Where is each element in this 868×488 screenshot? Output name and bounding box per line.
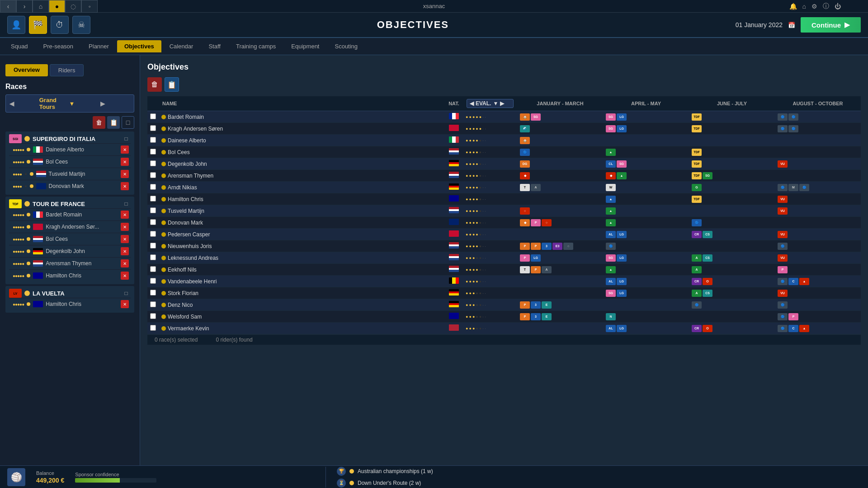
remove-rider-button[interactable]: ✕ <box>121 170 129 178</box>
row-checkbox[interactable] <box>150 290 156 296</box>
rider-aug-oct-cell <box>775 135 861 146</box>
race-icon: P <box>788 313 798 320</box>
back-button[interactable]: ‹ <box>0 0 16 13</box>
remove-rider-button[interactable]: ✕ <box>121 272 129 280</box>
home-icon[interactable]: ⌂ <box>802 3 806 10</box>
tab-overview[interactable]: Overview <box>5 64 48 76</box>
rider-flag <box>449 277 459 284</box>
row-checkbox[interactable] <box>150 125 156 131</box>
remove-rider-button[interactable]: ✕ <box>121 259 129 267</box>
remove-rider-button[interactable]: ✕ <box>121 300 129 308</box>
calendar-icon[interactable]: 📅 <box>788 22 795 28</box>
tab-preseason[interactable]: Pre-season <box>36 40 80 52</box>
row-checkbox[interactable] <box>150 137 156 143</box>
row-checkbox[interactable] <box>150 160 156 166</box>
row-checkbox-cell <box>147 252 159 264</box>
row-checkbox[interactable] <box>150 207 156 213</box>
tab-objectives[interactable]: Objectives <box>117 40 161 52</box>
race-icons: SGLG <box>606 290 686 297</box>
row-checkbox[interactable] <box>150 172 156 178</box>
tab-riders[interactable]: Riders <box>50 64 84 76</box>
tab-squad[interactable]: Squad <box>4 40 35 52</box>
tab-staff[interactable]: Staff <box>201 40 228 52</box>
race-icon: LG <box>617 278 627 285</box>
race-icons: ▲ <box>606 207 686 215</box>
nav-tabs: Squad Pre-season Planner Objectives Cale… <box>0 38 868 55</box>
row-checkbox[interactable] <box>150 254 156 260</box>
race-icon: ▲ <box>606 219 616 226</box>
nav-controls[interactable]: ‹ › ⌂ ● ◌ ◦ <box>0 0 98 13</box>
row-checkbox[interactable] <box>150 231 156 237</box>
row-checkbox[interactable] <box>150 325 156 331</box>
rider-apr-may-cell <box>603 135 689 146</box>
rider-badge <box>27 274 30 277</box>
notification-icon[interactable]: 🔔 <box>789 3 797 10</box>
race-icon: 🔵 <box>692 301 702 309</box>
globe-icon-button[interactable]: ☠ <box>72 16 90 34</box>
settings-icon[interactable]: ⚙ <box>811 3 817 10</box>
history-button[interactable]: ◌ <box>65 0 81 13</box>
race-icons: CRO <box>692 325 772 332</box>
add-button[interactable]: 📋 <box>165 77 179 92</box>
row-checkbox[interactable] <box>150 313 156 319</box>
row-checkbox[interactable] <box>150 219 156 225</box>
add-race-button[interactable]: □ <box>122 116 134 129</box>
row-checkbox[interactable] <box>150 278 156 284</box>
row-checkbox-cell <box>147 311 159 323</box>
delete-race-button[interactable]: 🗑 <box>93 116 105 129</box>
table-row: Welsford Sam ●●●●● · · P3E N 🔵P <box>147 311 861 323</box>
rider-apr-may-cell: SGLG <box>603 287 689 299</box>
race-icons: W <box>606 184 686 191</box>
row-checkbox[interactable] <box>150 196 156 202</box>
continue-button[interactable]: Continue ▶ <box>801 17 861 33</box>
race-selector[interactable]: ◀ Grand Tours ▼ ▶ <box>5 94 134 113</box>
row-checkbox[interactable] <box>150 301 156 307</box>
global-button[interactable]: ◦ <box>81 0 98 13</box>
tab-planner[interactable]: Planner <box>81 40 116 52</box>
row-checkbox[interactable] <box>150 113 156 119</box>
tab-training-camps[interactable]: Training camps <box>229 40 283 52</box>
row-checkbox[interactable] <box>150 149 156 155</box>
remove-rider-button[interactable]: ✕ <box>121 223 129 231</box>
objectives-icon-button[interactable]: 🏁 <box>29 16 47 34</box>
race-icons: TDF <box>692 160 772 168</box>
delete-button[interactable]: 🗑 <box>147 77 162 92</box>
rider-name: Degenkolb John <box>46 248 118 254</box>
race-icon: DG <box>520 160 530 168</box>
race-header-tdf[interactable]: TDF TOUR DE FRANCE □ <box>9 199 131 208</box>
rider-nat-cell <box>445 111 463 123</box>
rider-dot <box>161 209 166 213</box>
remove-rider-button[interactable]: ✕ <box>121 145 129 154</box>
forward-button[interactable]: › <box>16 0 33 13</box>
eval-selector[interactable]: ◀ Eval. ▼ ▶ <box>467 99 514 108</box>
remove-rider-button[interactable]: ✕ <box>121 247 129 255</box>
header-icon-group: 👤 🏁 ⏱ ☠ <box>7 16 90 34</box>
vuelta-expand[interactable]: □ <box>122 289 131 298</box>
row-checkbox[interactable] <box>150 184 156 190</box>
row-checkbox[interactable] <box>150 243 156 249</box>
active-icon-button[interactable]: ● <box>49 0 65 13</box>
home-button[interactable]: ⌂ <box>33 0 49 13</box>
rider-aug-oct-cell: VU <box>775 287 861 299</box>
rider-name-label: Vandenabeele Henri <box>168 278 217 285</box>
info-icon[interactable]: ⓘ <box>823 2 829 10</box>
clock-icon-button[interactable]: ⏱ <box>51 16 69 34</box>
tab-calendar[interactable]: Calendar <box>162 40 201 52</box>
race-header-vuelta[interactable]: LV LA VUELTA □ <box>9 289 131 298</box>
tab-equipment[interactable]: Equipment <box>284 40 326 52</box>
tdf-expand[interactable]: □ <box>122 199 131 208</box>
remove-rider-button[interactable]: ✕ <box>121 235 129 243</box>
supergiro-expand[interactable]: □ <box>122 134 131 143</box>
team-avatar[interactable]: 🏐 <box>7 468 25 486</box>
remove-rider-button[interactable]: ✕ <box>121 182 129 190</box>
row-checkbox[interactable] <box>150 266 156 272</box>
rider-flag <box>449 289 459 296</box>
remove-rider-button[interactable]: ✕ <box>121 211 129 219</box>
tab-scouting[interactable]: Scouting <box>327 40 365 52</box>
power-icon[interactable]: ⏻ <box>835 3 841 10</box>
copy-race-button[interactable]: 📋 <box>107 116 120 129</box>
race-header-supergiro[interactable]: SGI SUPERGIRO DI ITALIA □ <box>9 134 131 143</box>
col-nat: NAT. <box>445 96 463 111</box>
squad-icon-button[interactable]: 👤 <box>7 16 25 34</box>
remove-rider-button[interactable]: ✕ <box>121 158 129 166</box>
